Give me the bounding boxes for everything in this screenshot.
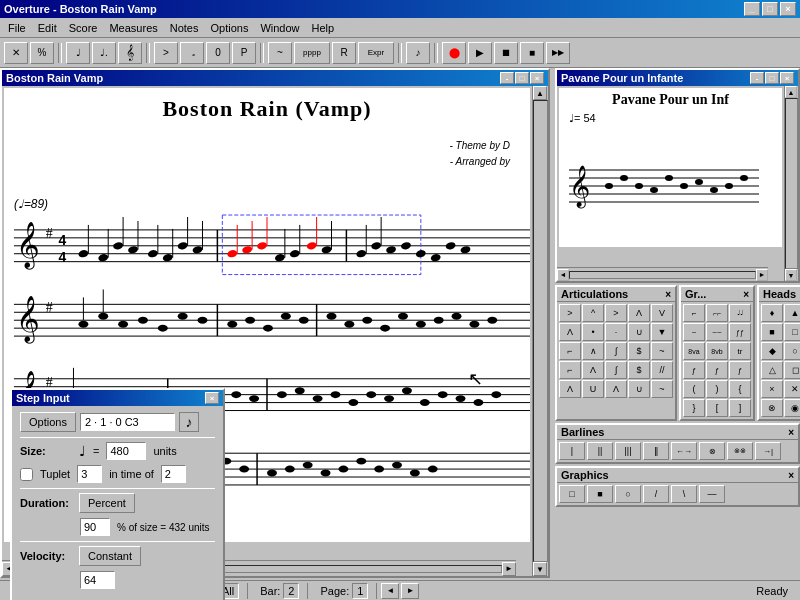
- gfx-btn-3[interactable]: ○: [615, 485, 641, 503]
- gfx-btn-6[interactable]: —: [699, 485, 725, 503]
- menu-measures[interactable]: Measures: [103, 20, 163, 36]
- pavane-close-btn[interactable]: ×: [780, 72, 794, 84]
- tb-note-btn[interactable]: ♩: [66, 42, 90, 64]
- gr-btn-8[interactable]: 8vb: [706, 342, 728, 360]
- art-btn-4[interactable]: Λ: [628, 304, 650, 322]
- art-btn-12[interactable]: ∧: [582, 342, 604, 360]
- art-btn-22[interactable]: U: [582, 380, 604, 398]
- step-time-value[interactable]: 2: [161, 465, 186, 483]
- art-btn-6[interactable]: Λ: [559, 323, 581, 341]
- gr-btn-1[interactable]: ⌐: [683, 304, 705, 322]
- pavane-minimize-btn[interactable]: -: [750, 72, 764, 84]
- head-btn-4[interactable]: ■: [761, 323, 783, 341]
- tb-p-btn[interactable]: P: [232, 42, 256, 64]
- gfx-btn-2[interactable]: ■: [587, 485, 613, 503]
- art-btn-3[interactable]: >: [605, 304, 627, 322]
- menu-options[interactable]: Options: [205, 20, 255, 36]
- gfx-btn-4[interactable]: /: [643, 485, 669, 503]
- pavane-maximize-btn[interactable]: □: [765, 72, 779, 84]
- pavane-hscroll-track[interactable]: [569, 271, 756, 279]
- gr-btn-13[interactable]: (: [683, 380, 705, 398]
- gfx-btn-1[interactable]: □: [559, 485, 585, 503]
- gr-btn-15[interactable]: {: [729, 380, 751, 398]
- gr-btn-2[interactable]: ⌐⌐: [706, 304, 728, 322]
- app-maximize-button[interactable]: □: [762, 2, 778, 16]
- gr-close[interactable]: ×: [743, 289, 749, 300]
- pavane-hscroll-right[interactable]: ►: [756, 269, 768, 281]
- tb-pppp-btn[interactable]: pppp: [294, 42, 330, 64]
- head-btn-16[interactable]: ⊗: [761, 399, 783, 417]
- art-btn-10[interactable]: ▼: [651, 323, 673, 341]
- menu-edit[interactable]: Edit: [32, 20, 63, 36]
- gr-btn-14[interactable]: ): [706, 380, 728, 398]
- pavane-hscroll-left[interactable]: ◄: [557, 269, 569, 281]
- tb-r-btn[interactable]: R: [332, 42, 356, 64]
- art-btn-9[interactable]: ∪: [628, 323, 650, 341]
- score-minimize-btn[interactable]: -: [500, 72, 514, 84]
- menu-help[interactable]: Help: [306, 20, 341, 36]
- gr-btn-16[interactable]: }: [683, 399, 705, 417]
- art-btn-7[interactable]: •: [582, 323, 604, 341]
- head-btn-5[interactable]: □: [784, 323, 800, 341]
- menu-window[interactable]: Window: [254, 20, 305, 36]
- step-size-value[interactable]: 480: [106, 442, 146, 460]
- menu-score[interactable]: Score: [63, 20, 104, 36]
- gr-btn-3[interactable]: ♩♩: [729, 304, 751, 322]
- step-velocity-value[interactable]: 64: [80, 571, 115, 589]
- tb-play-btn[interactable]: ▶: [468, 42, 492, 64]
- step-velocity-btn[interactable]: Constant: [79, 546, 141, 566]
- head-btn-14[interactable]: ✕: [784, 380, 800, 398]
- tb-wave-btn[interactable]: ~: [268, 42, 292, 64]
- art-btn-14[interactable]: $: [628, 342, 650, 360]
- status-nav-next[interactable]: ►: [401, 583, 419, 599]
- gr-btn-4[interactable]: ~: [683, 323, 705, 341]
- pavane-vscroll-track[interactable]: [785, 98, 798, 269]
- app-close-button[interactable]: ×: [780, 2, 796, 16]
- score-vscrollbar[interactable]: ▲ ▼: [532, 86, 548, 576]
- score-maximize-btn[interactable]: □: [515, 72, 529, 84]
- art-btn-8[interactable]: ·: [605, 323, 627, 341]
- art-btn-20[interactable]: //: [651, 361, 673, 379]
- barline-btn-1[interactable]: |: [559, 442, 585, 460]
- gr-btn-11[interactable]: ƒ: [706, 361, 728, 379]
- pavane-vscroll-up[interactable]: ▲: [785, 86, 797, 98]
- art-btn-11[interactable]: ⌐: [559, 342, 581, 360]
- tb-cancel-btn[interactable]: ✕: [4, 42, 28, 64]
- barline-btn-3[interactable]: |||: [615, 442, 641, 460]
- tb-fwd-btn[interactable]: ▶▶: [546, 42, 570, 64]
- tb-zero-btn[interactable]: 0: [206, 42, 230, 64]
- art-btn-5[interactable]: V: [651, 304, 673, 322]
- barline-btn-6[interactable]: ⊗: [699, 442, 725, 460]
- art-btn-25[interactable]: ~: [651, 380, 673, 398]
- step-input-close-btn[interactable]: ×: [205, 392, 219, 404]
- art-btn-24[interactable]: ∪: [628, 380, 650, 398]
- head-btn-2[interactable]: ▲: [784, 304, 800, 322]
- art-btn-19[interactable]: $: [628, 361, 650, 379]
- app-minimize-button[interactable]: _: [744, 2, 760, 16]
- gr-btn-10[interactable]: ƒ: [683, 361, 705, 379]
- gr-btn-9[interactable]: tr: [729, 342, 751, 360]
- art-btn-18[interactable]: ∫: [605, 361, 627, 379]
- graphics-close[interactable]: ×: [788, 470, 794, 481]
- tb-arrow-btn[interactable]: >: [154, 42, 178, 64]
- step-tuplet-value[interactable]: 3: [77, 465, 102, 483]
- art-btn-17[interactable]: Λ: [582, 361, 604, 379]
- tb-percent-btn[interactable]: %: [30, 42, 54, 64]
- barline-btn-2[interactable]: ||: [587, 442, 613, 460]
- hscroll-right-btn[interactable]: ►: [502, 562, 516, 576]
- tb-pause-btn[interactable]: ■: [520, 42, 544, 64]
- art-btn-15[interactable]: ~: [651, 342, 673, 360]
- menu-notes[interactable]: Notes: [164, 20, 205, 36]
- head-btn-7[interactable]: ◆: [761, 342, 783, 360]
- gr-btn-7[interactable]: 8va: [683, 342, 705, 360]
- menu-file[interactable]: File: [2, 20, 32, 36]
- vscroll-track[interactable]: [533, 100, 548, 562]
- tb-clef-btn[interactable]: 𝄞: [118, 42, 142, 64]
- art-btn-13[interactable]: ∫: [605, 342, 627, 360]
- gr-btn-5[interactable]: ~~: [706, 323, 728, 341]
- barline-btn-4[interactable]: ‖: [643, 442, 669, 460]
- tb-dotted-btn[interactable]: ♩.: [92, 42, 116, 64]
- barline-btn-7[interactable]: ⊗⊗: [727, 442, 753, 460]
- art-btn-2[interactable]: ^: [582, 304, 604, 322]
- pavane-hscrollbar[interactable]: ◄ ►: [557, 267, 768, 281]
